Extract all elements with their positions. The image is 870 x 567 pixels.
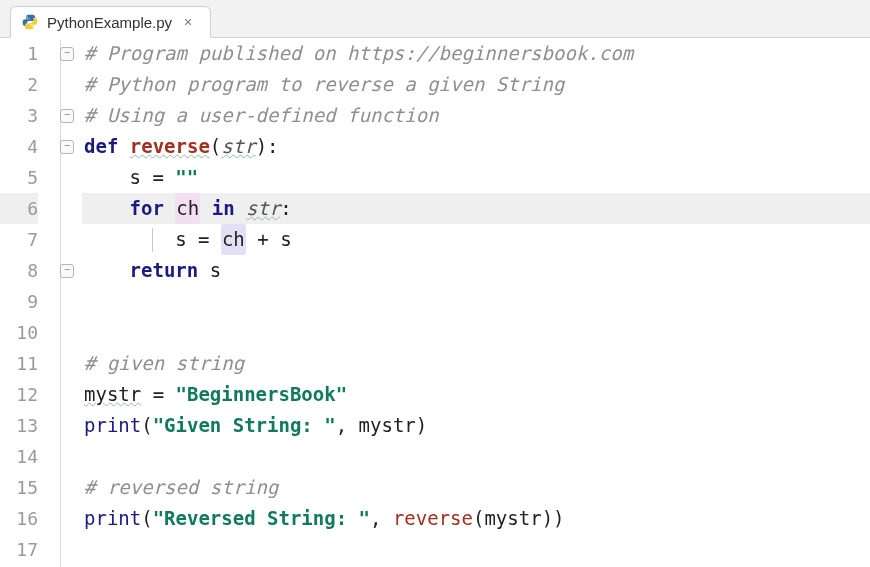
indent-guide xyxy=(152,228,153,252)
code-line[interactable]: return s xyxy=(82,255,870,286)
paren-close: ) xyxy=(416,410,427,441)
comment: # Program published on https://beginners… xyxy=(84,38,633,69)
identifier: s xyxy=(175,224,186,255)
tab-label: PythonExample.py xyxy=(47,14,172,31)
paren-close: ) xyxy=(542,503,553,534)
string-literal: "" xyxy=(175,162,198,193)
keyword-in: in xyxy=(212,193,235,224)
identifier: s xyxy=(130,162,141,193)
code-line[interactable]: print("Reversed String: ", reverse(mystr… xyxy=(82,503,870,534)
string-literal: "Reversed String: " xyxy=(153,503,370,534)
line-number: 2 xyxy=(0,69,38,100)
line-number: 10 xyxy=(0,317,38,348)
fold-cell xyxy=(60,255,74,286)
paren-open: ( xyxy=(141,503,152,534)
keyword-def: def xyxy=(84,131,118,162)
paren-open: ( xyxy=(210,131,221,162)
code-line[interactable]: print("Given String: ", mystr) xyxy=(82,410,870,441)
comment: # reversed string xyxy=(84,472,278,503)
comment: # Python program to reverse a given Stri… xyxy=(84,69,564,100)
code-area[interactable]: # Program published on https://beginners… xyxy=(82,38,870,567)
fold-cell xyxy=(60,100,74,131)
comma: , xyxy=(370,503,393,534)
fold-cell xyxy=(60,38,74,69)
code-line[interactable]: def reverse(str): xyxy=(82,131,870,162)
close-icon[interactable]: × xyxy=(180,14,196,30)
comment: # given string xyxy=(84,348,244,379)
line-number: 7 xyxy=(0,224,38,255)
paren-close: ) xyxy=(553,503,564,534)
colon: : xyxy=(280,193,291,224)
operator-assign: = xyxy=(141,162,175,193)
string-literal: "Given String: " xyxy=(153,410,336,441)
paren-close: ) xyxy=(256,131,267,162)
fold-toggle-icon[interactable] xyxy=(60,264,74,278)
line-number: 1 xyxy=(0,38,38,69)
line-number: 8 xyxy=(0,255,38,286)
identifier: s xyxy=(198,255,221,286)
line-number: 3 xyxy=(0,100,38,131)
line-number: 17 xyxy=(0,534,38,565)
param: str xyxy=(221,131,255,162)
comment: # Using a user-defined function xyxy=(84,100,439,131)
identifier: mystr xyxy=(84,379,141,410)
code-line[interactable]: # reversed string xyxy=(82,472,870,503)
code-line[interactable]: s = ch + s xyxy=(82,224,870,255)
function-name: reverse xyxy=(130,131,210,162)
code-line[interactable]: s = "" xyxy=(82,162,870,193)
line-number-gutter: 1234567891011121314151617 xyxy=(0,38,52,567)
code-line-current[interactable]: for ch in str: xyxy=(82,193,870,224)
fold-toggle-icon[interactable] xyxy=(60,47,74,61)
code-line[interactable]: mystr = "BeginnersBook" xyxy=(82,379,870,410)
paren-open: ( xyxy=(141,410,152,441)
operator-plus: + xyxy=(246,224,280,255)
code-line[interactable]: # given string xyxy=(82,348,870,379)
operator-assign: = xyxy=(141,379,175,410)
code-line[interactable] xyxy=(82,534,870,565)
line-number: 11 xyxy=(0,348,38,379)
keyword-return: return xyxy=(130,255,199,286)
code-line[interactable] xyxy=(82,286,870,317)
line-number: 5 xyxy=(0,162,38,193)
line-number: 15 xyxy=(0,472,38,503)
line-number: 14 xyxy=(0,441,38,472)
tab-strip: PythonExample.py × xyxy=(0,0,870,38)
code-line[interactable] xyxy=(82,441,870,472)
line-number: 9 xyxy=(0,286,38,317)
code-line[interactable] xyxy=(82,317,870,348)
identifier: ch xyxy=(175,193,200,224)
code-editor[interactable]: 1234567891011121314151617 # Program publ… xyxy=(0,38,870,567)
identifier: mystr xyxy=(484,503,541,534)
colon: : xyxy=(267,131,278,162)
fold-strip xyxy=(52,38,82,567)
operator-assign: = xyxy=(187,224,221,255)
paren-open: ( xyxy=(473,503,484,534)
identifier: s xyxy=(280,224,291,255)
identifier: str xyxy=(246,193,280,224)
line-number: 12 xyxy=(0,379,38,410)
fold-toggle-icon[interactable] xyxy=(60,109,74,123)
code-line[interactable]: # Program published on https://beginners… xyxy=(82,38,870,69)
identifier: ch xyxy=(221,224,246,255)
code-line[interactable]: # Using a user-defined function xyxy=(82,100,870,131)
line-number: 16 xyxy=(0,503,38,534)
fold-toggle-icon[interactable] xyxy=(60,140,74,154)
line-number: 6 xyxy=(0,193,38,224)
function-call: reverse xyxy=(393,503,473,534)
line-number: 13 xyxy=(0,410,38,441)
string-literal: "BeginnersBook" xyxy=(176,379,348,410)
builtin-print: print xyxy=(84,410,141,441)
fold-cell xyxy=(60,131,74,162)
comma: , xyxy=(336,410,359,441)
keyword-for: for xyxy=(130,193,164,224)
builtin-print: print xyxy=(84,503,141,534)
tab-python-example[interactable]: PythonExample.py × xyxy=(10,6,211,38)
line-number: 4 xyxy=(0,131,38,162)
identifier: mystr xyxy=(359,410,416,441)
code-line[interactable]: # Python program to reverse a given Stri… xyxy=(82,69,870,100)
python-file-icon xyxy=(21,13,39,31)
